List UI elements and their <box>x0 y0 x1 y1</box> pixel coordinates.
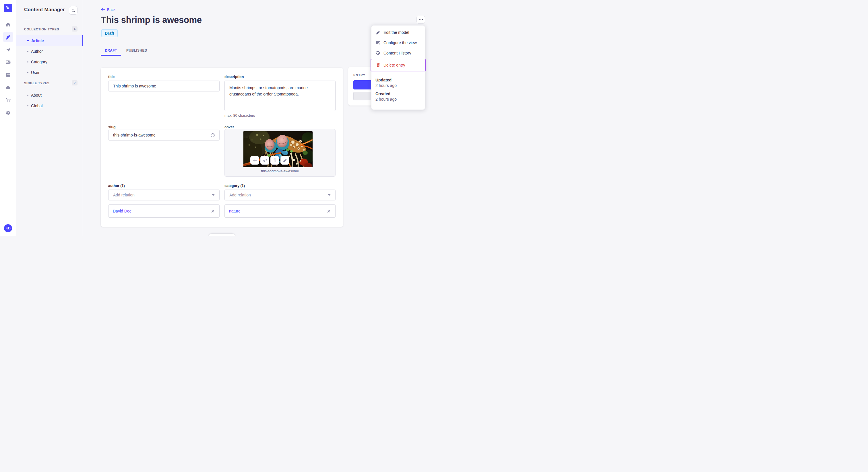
menu-item-label: Configure the view <box>383 40 417 45</box>
status-badge: Draft <box>101 29 118 37</box>
back-label: Back <box>107 7 115 12</box>
chevron-down-icon <box>328 194 331 196</box>
floating-bar-peek[interactable] <box>209 234 235 236</box>
menu-divider <box>371 74 425 74</box>
author-field-label: author (1) <box>108 184 125 188</box>
cover-filename: this-shrimp-is-awesome <box>224 169 336 173</box>
tab-draft[interactable]: DRAFT <box>101 47 121 56</box>
edit-media-button[interactable] <box>280 156 289 165</box>
slug-input[interactable] <box>108 130 220 140</box>
sidebar-item-article[interactable]: Article <box>17 35 83 46</box>
chevron-down-icon <box>212 194 215 196</box>
media-library-icon[interactable] <box>3 57 13 67</box>
tab-label: DRAFT <box>105 48 117 53</box>
delete-media-button[interactable] <box>270 156 279 165</box>
menu-item-edit-model[interactable]: Edit the model <box>371 27 425 38</box>
collection-types-count: 4 <box>72 26 78 32</box>
trash-icon <box>273 158 277 163</box>
search-button[interactable] <box>69 6 78 14</box>
dot-icon <box>419 19 420 20</box>
menu-item-configure-view[interactable]: Configure the view <box>371 38 425 48</box>
avatar-initials: KD <box>5 226 10 230</box>
menu-item-label: Content History <box>383 51 411 55</box>
menu-item-content-history[interactable]: Content History <box>371 48 425 58</box>
copy-link-button[interactable] <box>260 156 269 165</box>
relation-link[interactable]: David Doe <box>113 209 131 213</box>
description-field-label: description <box>224 75 244 79</box>
main-content: Back This shrimp is awesome Draft DRAFT … <box>83 0 434 236</box>
sidebar-item-label: Global <box>31 103 42 108</box>
release-paper-plane-icon[interactable] <box>3 44 13 55</box>
section-label: COLLECTION TYPES <box>24 28 59 31</box>
pencil-icon <box>283 158 287 162</box>
more-actions-menu: Edit the model Configure the view <box>371 25 425 110</box>
strapi-logo-icon <box>5 5 11 11</box>
author-relation-item: David Doe <box>108 204 220 217</box>
section-label: SINGLE TYPES <box>24 81 50 85</box>
strapi-logo[interactable] <box>4 4 12 12</box>
tab-label: PUBLISHED <box>126 48 147 53</box>
relation-link[interactable]: nature <box>229 209 241 213</box>
subnav-title: Content Manager <box>24 7 65 12</box>
combobox-placeholder: Add relation <box>229 193 251 197</box>
content-type-builder-icon[interactable] <box>3 70 13 80</box>
author-add-relation-combobox[interactable]: Add relation <box>108 190 220 200</box>
bullet-icon <box>27 72 28 73</box>
description-textarea[interactable]: Mantis shrimps, or stomatopods, are mari… <box>224 80 336 111</box>
nav-rail: KD <box>0 0 16 236</box>
title-field-label: title <box>108 75 115 79</box>
home-icon[interactable] <box>3 19 13 30</box>
dot-icon <box>422 19 423 20</box>
single-types-count: 2 <box>72 80 78 86</box>
list-plus-icon <box>375 40 381 45</box>
remove-relation-icon[interactable] <box>210 209 215 213</box>
more-actions-button[interactable] <box>416 16 425 24</box>
trash-icon <box>375 63 381 68</box>
sidebar-item-category[interactable]: Category <box>17 57 83 67</box>
bullet-icon <box>27 95 28 96</box>
regenerate-slug-icon[interactable] <box>210 133 215 138</box>
link-icon <box>262 158 267 163</box>
entry-meta: Updated 2 hours ago Created 2 hours ago <box>371 77 425 102</box>
created-value: 2 hours ago <box>375 97 421 102</box>
page-title: This shrimp is awesome <box>101 15 202 25</box>
sidebar-item-user[interactable]: User <box>17 67 83 78</box>
delete-entry-highlight: Delete entry <box>371 59 426 71</box>
pencil-icon <box>375 30 381 35</box>
category-add-relation-combobox[interactable]: Add relation <box>224 190 336 200</box>
rail-divider <box>0 16 16 16</box>
description-hint: max. 80 characters <box>224 113 255 117</box>
combobox-placeholder: Add relation <box>113 193 135 197</box>
user-avatar[interactable]: KD <box>4 224 12 232</box>
menu-item-delete-entry[interactable]: Delete entry <box>371 59 425 71</box>
sidebar-item-label: About <box>31 93 42 98</box>
edit-form-card: title description Mantis shrimps, or sto… <box>101 68 343 227</box>
sidebar-item-author[interactable]: Author <box>17 46 83 57</box>
sidebar-item-label: Category <box>31 60 48 64</box>
bullet-icon <box>27 61 28 63</box>
settings-gear-icon[interactable] <box>3 107 13 118</box>
updated-value: 2 hours ago <box>375 83 421 88</box>
marketplace-cart-icon[interactable] <box>3 95 13 105</box>
deploy-cloud-icon[interactable] <box>3 82 13 93</box>
slug-field-label: slug <box>108 125 116 129</box>
sidebar-item-label: User <box>31 70 40 75</box>
content-manager-feather-icon[interactable] <box>3 32 13 42</box>
history-clock-icon <box>375 50 381 56</box>
remove-relation-icon[interactable] <box>327 209 331 213</box>
sidebar-item-about[interactable]: About <box>17 90 83 100</box>
updated-label: Updated <box>375 77 421 83</box>
sidebar-item-global[interactable]: Global <box>17 100 83 111</box>
title-input[interactable] <box>108 80 220 92</box>
tab-published[interactable]: PUBLISHED <box>123 47 151 56</box>
rail-menu <box>3 19 13 118</box>
sidebar-item-label: Author <box>31 49 43 54</box>
cover-field-label: cover <box>224 125 234 129</box>
back-link[interactable]: Back <box>101 7 115 12</box>
dot-icon <box>421 19 422 20</box>
bullet-icon <box>27 51 28 52</box>
add-media-button[interactable] <box>250 156 259 165</box>
entry-panel-title: ENTRY <box>353 73 365 77</box>
bullet-icon <box>27 40 29 41</box>
created-label: Created <box>375 91 421 97</box>
